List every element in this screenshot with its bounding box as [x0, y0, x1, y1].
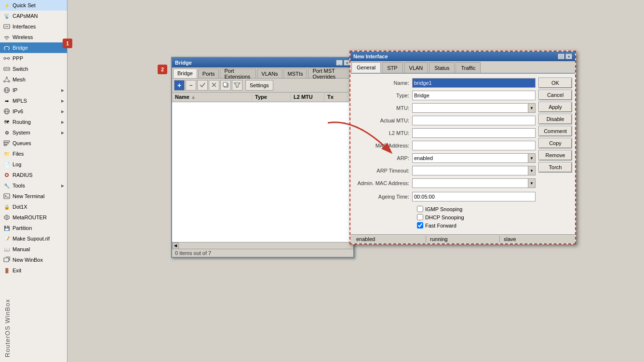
sidebar-item-bridge[interactable]: Bridge: [0, 42, 67, 53]
mtu-input[interactable]: [412, 103, 528, 113]
sidebar-item-routing[interactable]: 🗺 Routing ▶: [0, 117, 67, 127]
ageing-time-input[interactable]: [412, 192, 536, 201]
ppp-icon: [3, 54, 11, 62]
interfaces-icon: [3, 23, 11, 30]
metarouter-icon: [3, 214, 11, 221]
sidebar-item-mesh[interactable]: Mesh: [0, 74, 67, 85]
fast-forward-label: Fast Forward: [425, 223, 456, 228]
scroll-track[interactable]: [179, 242, 353, 249]
col-name: Name ▴: [172, 93, 252, 101]
sidebar-item-ppp[interactable]: PPP: [0, 53, 67, 64]
sidebar-item-interfaces[interactable]: Interfaces: [0, 21, 67, 32]
ipv6-arrow: ▶: [61, 109, 64, 114]
mac-label: MAC Address:: [354, 143, 412, 148]
sidebar-item-manual[interactable]: 📖 Manual: [0, 244, 67, 255]
sidebar-item-ipv6[interactable]: IPv6 ▶: [0, 106, 67, 117]
copy-toolbar-button[interactable]: [220, 80, 231, 91]
name-input[interactable]: [412, 78, 536, 88]
enable-button[interactable]: [197, 80, 208, 91]
mtu-dropdown[interactable]: ▼: [528, 103, 536, 113]
tools-arrow: ▶: [61, 184, 64, 188]
bridge-window: 2 Bridge _ × Bridge Ports Port Extension…: [171, 57, 354, 258]
sidebar-item-tools[interactable]: 🔧 Tools ▶: [0, 180, 67, 191]
sidebar-item-switch[interactable]: Switch: [0, 64, 67, 74]
ni-tab-status[interactable]: Status: [429, 62, 455, 73]
arp-timeout-input[interactable]: [412, 166, 528, 175]
tab-mstis[interactable]: MSTIs: [283, 68, 308, 78]
sidebar-item-capsman[interactable]: 📡 CAPsMAN: [0, 11, 67, 21]
ok-button[interactable]: OK: [538, 78, 572, 88]
name-label: Name:: [354, 80, 412, 86]
dhcp-snooping-checkbox[interactable]: [417, 214, 423, 220]
admin-mac-input[interactable]: [412, 178, 528, 188]
disable-toolbar-button[interactable]: [209, 80, 219, 91]
mpls-icon: ➡: [3, 97, 11, 105]
svg-rect-25: [4, 143, 8, 144]
add-button[interactable]: +: [174, 80, 185, 91]
bridge-icon: [3, 44, 11, 52]
mac-input[interactable]: [412, 141, 536, 150]
sidebar-item-files[interactable]: 📁 Files: [0, 148, 67, 159]
sidebar-item-partition[interactable]: 💾 Partition: [0, 223, 67, 233]
ni-tab-traffic[interactable]: Traffic: [456, 62, 481, 73]
terminal-icon: [3, 192, 11, 200]
sidebar-item-make-supout[interactable]: 📝 Make Supout.rif: [0, 233, 67, 244]
remove-button[interactable]: Remove: [538, 150, 572, 161]
ni-tab-stp[interactable]: STP: [382, 62, 402, 73]
filter-button[interactable]: [232, 80, 242, 91]
minimize-button[interactable]: _: [336, 60, 343, 66]
field-admin-mac-row: Admin. MAC Address: ▼: [354, 178, 536, 188]
field-actual-mtu-row: Actual MTU:: [354, 115, 536, 126]
bridge-status-bar: 0 items out of 7: [172, 249, 353, 257]
sidebar-item-mpls[interactable]: ➡ MPLS ▶: [0, 95, 67, 106]
igmp-snooping-label: IGMP Snooping: [425, 206, 462, 212]
arp-timeout-dropdown[interactable]: ▼: [528, 166, 536, 175]
capsman-icon: 📡: [3, 12, 11, 20]
remove-button[interactable]: −: [186, 80, 196, 91]
sidebar-item-ip[interactable]: IP ▶: [0, 85, 67, 95]
tab-port-extensions[interactable]: Port Extensions: [220, 68, 256, 78]
tab-bridge[interactable]: Bridge: [173, 68, 197, 78]
sidebar-item-new-winbox[interactable]: New WinBox: [0, 255, 67, 265]
tab-ports[interactable]: Ports: [198, 68, 219, 78]
sidebar-item-dot1x[interactable]: 🔒 Dot1X: [0, 201, 67, 212]
sidebar-item-new-terminal[interactable]: New Terminal: [0, 191, 67, 201]
sidebar-item-system[interactable]: ⚙ System ▶: [0, 127, 67, 138]
sidebar-item-metarouter[interactable]: MetaROUTER: [0, 212, 67, 223]
svg-point-5: [4, 57, 6, 59]
ip-icon: [3, 86, 11, 94]
disable-button[interactable]: Disable: [538, 114, 572, 124]
torch-button[interactable]: Torch: [538, 162, 572, 173]
tab-vlans[interactable]: VLANs: [257, 68, 282, 78]
copy-button[interactable]: Copy: [538, 138, 572, 148]
tab-port-mst-overrides[interactable]: Port MST Overrides: [308, 68, 351, 78]
cancel-button[interactable]: Cancel: [538, 90, 572, 100]
admin-mac-dropdown[interactable]: ▼: [528, 178, 536, 188]
igmp-snooping-checkbox[interactable]: [417, 206, 423, 212]
sidebar-item-queues[interactable]: Queues: [0, 138, 67, 148]
sidebar-item-wireless[interactable]: Wireless: [0, 32, 67, 42]
sidebar-item-radius[interactable]: RADIUS: [0, 170, 67, 180]
ni-tab-general[interactable]: General: [351, 62, 381, 73]
horizontal-scrollbar[interactable]: ◀: [172, 242, 353, 249]
wireless-icon: [3, 33, 11, 41]
ni-tabs-bar: General STP VLAN Status Traffic: [350, 61, 575, 74]
ni-minimize-button[interactable]: □: [558, 54, 564, 59]
sidebar: ⚡ Quick Set 📡 CAPsMAN Interfaces Wireles…: [0, 0, 67, 362]
arp-input[interactable]: [412, 153, 528, 163]
fast-forward-checkbox[interactable]: [417, 222, 423, 228]
sidebar-item-quickset[interactable]: ⚡ Quick Set: [0, 0, 67, 11]
sidebar-item-log[interactable]: 📄 Log: [0, 159, 67, 170]
svg-point-9: [5, 68, 6, 69]
arp-field-wrapper: ▼: [412, 153, 536, 163]
log-icon: 📄: [3, 161, 11, 168]
ni-tab-vlan[interactable]: VLAN: [404, 62, 429, 73]
comment-button[interactable]: Comment: [538, 126, 572, 136]
scroll-left[interactable]: ◀: [172, 242, 179, 249]
arp-dropdown[interactable]: ▼: [528, 153, 536, 163]
field-arp-row: ARP: ▼: [354, 153, 536, 163]
apply-button[interactable]: Apply: [538, 102, 572, 112]
svg-marker-38: [234, 83, 240, 87]
ni-close-button[interactable]: ×: [565, 54, 572, 59]
settings-button[interactable]: Settings: [245, 80, 273, 91]
